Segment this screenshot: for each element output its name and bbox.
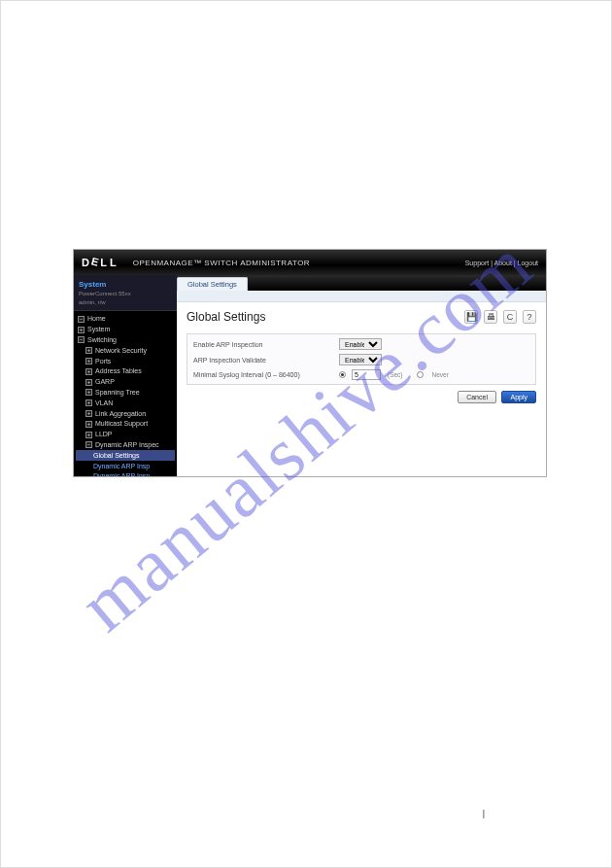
expand-icon: +: [85, 368, 92, 375]
never-label: Never: [432, 371, 449, 378]
arp-validate-select[interactable]: Enable: [339, 354, 382, 365]
collapse-icon: –: [78, 316, 85, 323]
breadcrumb-bar: [177, 291, 546, 302]
help-icon[interactable]: ?: [523, 310, 536, 324]
expand-icon: +: [85, 410, 92, 417]
enable-arp-label: Enable ARP Inspection: [193, 341, 339, 348]
nav-dynamic-arp[interactable]: –Dynamic ARP Inspec: [76, 440, 175, 451]
nav-network-security[interactable]: +Network Security: [76, 345, 175, 356]
expand-icon: +: [85, 421, 92, 428]
row-enable-arp: Enable ARP Inspection Enable: [193, 336, 529, 352]
sidebar: System PowerConnect 55xx admin, r/w –Hom…: [74, 275, 177, 476]
device-label: PowerConnect 55xx: [79, 290, 172, 297]
panel-title: Global Settings: [187, 310, 464, 324]
collapse-icon: –: [85, 441, 92, 448]
arp-validate-label: ARP Inspection Validate: [193, 357, 339, 364]
panel: Global Settings 💾 🖶 C ? Enable ARP Inspe…: [177, 302, 546, 476]
expand-icon: +: [85, 358, 92, 365]
form-box: Enable ARP Inspection Enable ARP Inspect…: [187, 333, 536, 385]
collapse-icon: –: [78, 336, 85, 343]
nav-dai-list2[interactable]: Dynamic ARP Insp: [76, 471, 175, 476]
sidebar-header: System PowerConnect 55xx admin, r/w: [74, 275, 177, 311]
panel-header: Global Settings 💾 🖶 C ?: [187, 310, 536, 324]
syslog-interval-label: Minimal Syslog Interval (0 – 86400): [193, 371, 339, 378]
support-link[interactable]: Support: [465, 260, 490, 266]
nav-address-tables[interactable]: +Address Tables: [76, 366, 175, 377]
nav-garp[interactable]: +GARP: [76, 377, 175, 388]
expand-icon: +: [78, 327, 85, 333]
app-title: OPENMANAGE™ SWITCH ADMINISTRATOR: [133, 259, 310, 267]
print-icon[interactable]: 🖶: [484, 310, 497, 324]
nav-link-aggregation[interactable]: +Link Aggregation: [76, 408, 175, 419]
expand-icon: +: [85, 389, 92, 396]
app-window: DELL OPENMANAGE™ SWITCH ADMINISTRATOR Su…: [73, 249, 547, 477]
nav-ports[interactable]: +Ports: [76, 356, 175, 366]
system-heading: System: [79, 279, 172, 290]
save-icon[interactable]: 💾: [464, 310, 478, 324]
nav-global-settings[interactable]: Global Settings: [76, 450, 175, 461]
expand-icon: +: [85, 399, 92, 406]
nav-lldp[interactable]: +LLDP: [76, 430, 175, 440]
main-area: System PowerConnect 55xx admin, r/w –Hom…: [74, 275, 546, 476]
syslog-unit: (Sec): [388, 371, 403, 378]
page-footer: |: [483, 809, 485, 818]
top-links: Support | About | Logout: [465, 260, 538, 266]
button-row: Cancel Apply: [187, 391, 536, 403]
content-area: Global Settings Global Settings 💾 🖶 C ? …: [177, 275, 546, 476]
logout-link[interactable]: Logout: [518, 260, 538, 266]
expand-icon: +: [85, 379, 92, 386]
expand-icon: +: [85, 347, 92, 354]
about-link[interactable]: About: [494, 260, 512, 266]
top-bar: DELL OPENMANAGE™ SWITCH ADMINISTRATOR Su…: [74, 250, 546, 275]
syslog-interval-input[interactable]: [352, 369, 381, 380]
icon-row: 💾 🖶 C ?: [464, 310, 536, 324]
row-syslog-interval: Minimal Syslog Interval (0 – 86400) (Sec…: [193, 367, 529, 382]
brand-logo: DELL: [82, 257, 119, 268]
nav-tree: –Home +System –Switching +Network Securi…: [74, 311, 177, 476]
cancel-button[interactable]: Cancel: [458, 391, 496, 403]
nav-dai-list[interactable]: Dynamic ARP Insp: [76, 461, 175, 471]
user-label: admin, r/w: [79, 298, 172, 306]
expand-icon: +: [85, 432, 92, 438]
refresh-icon[interactable]: C: [503, 310, 517, 324]
nav-switching[interactable]: –Switching: [76, 335, 175, 346]
row-arp-validate: ARP Inspection Validate Enable: [193, 352, 529, 367]
nav-vlan[interactable]: +VLAN: [76, 398, 175, 408]
syslog-radio-value[interactable]: [339, 371, 346, 378]
nav-home[interactable]: –Home: [76, 314, 175, 325]
nav-spanning-tree[interactable]: +Spanning Tree: [76, 388, 175, 399]
syslog-radio-never[interactable]: [417, 371, 424, 378]
nav-system[interactable]: +System: [76, 325, 175, 335]
tab-strip: Global Settings: [177, 275, 546, 291]
enable-arp-select[interactable]: Enable: [339, 338, 382, 350]
nav-multicast-support[interactable]: +Multicast Support: [76, 419, 175, 430]
tab-global-settings[interactable]: Global Settings: [177, 277, 248, 291]
apply-button[interactable]: Apply: [501, 391, 536, 403]
